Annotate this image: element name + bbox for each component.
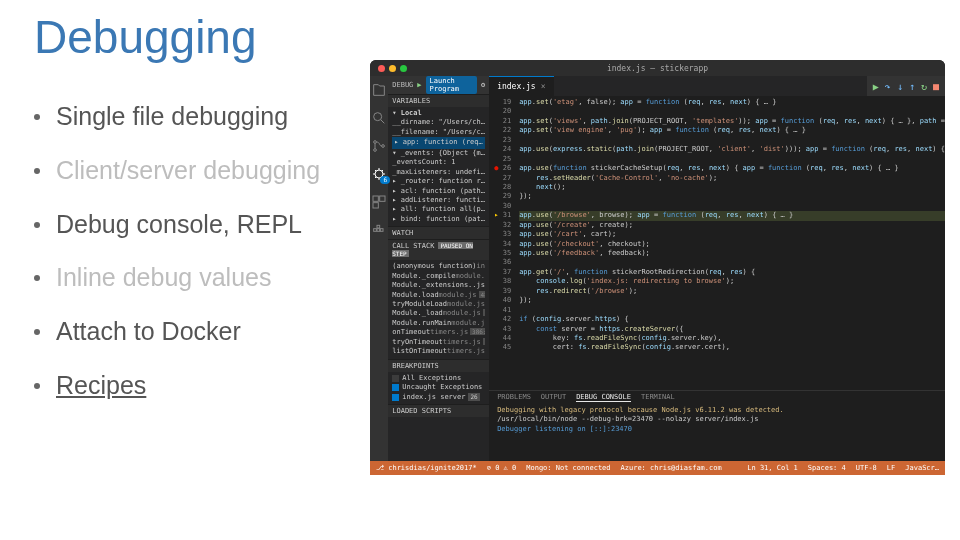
watch-section: WATCH: [388, 226, 489, 239]
breakpoints-section: BREAKPOINTS All ExceptionsUncaught Excep…: [388, 359, 489, 404]
svg-rect-5: [373, 196, 378, 201]
svg-point-1: [374, 141, 377, 144]
bullet-list: Single file debuggingClient/server debug…: [34, 100, 364, 423]
svg-point-3: [382, 145, 385, 148]
variable-row[interactable]: ▸ addListener: function addListene…: [392, 196, 485, 205]
error-count[interactable]: ⊘ 0 ⚠ 0: [487, 464, 517, 472]
variables-section: VARIABLES ▾ Local__dirname: "/Users/chri…: [388, 94, 489, 226]
eol[interactable]: LF: [887, 464, 895, 472]
window-titlebar: index.js — stickerapp: [370, 60, 945, 76]
debug-badge: 6: [380, 176, 390, 184]
azure-status[interactable]: Azure: chris@diasfam.com: [621, 464, 722, 472]
stack-frame[interactable]: Module._loadmodule.js438:3: [392, 309, 485, 318]
breakpoint-item[interactable]: Uncaught Exceptions: [392, 383, 485, 392]
svg-rect-9: [377, 229, 380, 232]
variables-header[interactable]: VARIABLES: [388, 95, 489, 107]
continue-button[interactable]: ▶: [873, 81, 879, 92]
stack-frame[interactable]: Module._extensions..jsmodule.js: [392, 281, 485, 290]
svg-rect-6: [380, 196, 385, 201]
vscode-window: index.js — stickerapp 6 DEBUG ▶ Launch P…: [370, 60, 945, 475]
step-over-button[interactable]: ↷: [885, 81, 891, 92]
variable-row[interactable]: ▸ app: function (req, res, next) { … }: [392, 137, 485, 148]
source-control-icon[interactable]: [371, 138, 387, 154]
encoding[interactable]: UTF-8: [856, 464, 877, 472]
debug-settings-icon[interactable]: ⚙: [481, 81, 485, 89]
variable-row[interactable]: ▸ all: function all(path) { … }: [392, 205, 485, 214]
breakpoint-item[interactable]: index.js server26: [392, 393, 485, 402]
restart-button[interactable]: ↻: [921, 81, 927, 92]
breakpoints-header[interactable]: BREAKPOINTS: [388, 360, 489, 372]
variable-row[interactable]: ▸ _router: function router(req, re…: [392, 177, 485, 186]
close-tab-icon[interactable]: ×: [541, 82, 546, 91]
search-icon[interactable]: [371, 110, 387, 126]
language-mode[interactable]: JavaScr…: [905, 464, 939, 472]
step-in-button[interactable]: ↓: [897, 81, 903, 92]
svg-rect-11: [377, 225, 380, 228]
debug-icon[interactable]: 6: [371, 166, 387, 182]
editor-pane: index.js × ▶ ↷ ↓ ↑ ↻ ■ 19202122232425● 2…: [489, 76, 945, 461]
debug-label: DEBUG: [392, 81, 413, 89]
panel-tab[interactable]: TERMINAL: [641, 393, 675, 402]
mongo-status[interactable]: Mongo: Not connected: [526, 464, 610, 472]
debug-console-output[interactable]: Debugging with legacy protocol because N…: [489, 404, 945, 461]
loaded-scripts-section: LOADED SCRIPTS: [388, 404, 489, 417]
window-title: index.js — stickerapp: [370, 64, 945, 73]
svg-point-2: [374, 149, 377, 152]
stack-frame[interactable]: tryOnTimeouttimers.js250:5: [392, 338, 485, 347]
bullet-item: Single file debugging: [34, 100, 364, 134]
variable-row[interactable]: _maxListeners: undefined: [392, 168, 485, 177]
panel-tab[interactable]: DEBUG CONSOLE: [576, 393, 631, 402]
explorer-icon[interactable]: [371, 82, 387, 98]
cursor-position[interactable]: Ln 31, Col 1: [747, 464, 798, 472]
tab-index-js[interactable]: index.js ×: [489, 76, 553, 96]
bullet-item: Inline debug values: [34, 261, 364, 295]
tab-label: index.js: [497, 82, 536, 91]
activity-bar: 6: [370, 76, 388, 461]
panel-tab[interactable]: PROBLEMS: [497, 393, 531, 402]
callstack-header[interactable]: CALL STACKPAUSED ON STEP: [388, 240, 489, 260]
variable-row[interactable]: __filename: "/Users/chris/src/sti…: [392, 128, 485, 137]
extensions-icon[interactable]: [371, 194, 387, 210]
slide-title: Debugging: [34, 10, 257, 64]
panel-tabs: PROBLEMSOUTPUTDEBUG CONSOLETERMINAL: [489, 391, 945, 404]
debug-config-bar: DEBUG ▶ Launch Program ⚙: [388, 76, 489, 94]
svg-rect-7: [373, 203, 378, 208]
callstack-section: CALL STACKPAUSED ON STEP (anonymous func…: [388, 239, 489, 358]
variable-row[interactable]: ▸ acl: function (path) { … }: [392, 187, 485, 196]
svg-point-0: [374, 113, 382, 121]
stack-frame[interactable]: Module.runMainmodule.js604:10: [392, 319, 485, 328]
loaded-scripts-header[interactable]: LOADED SCRIPTS: [388, 405, 489, 417]
variable-row[interactable]: ▸ bind: function (path) { … }: [392, 215, 485, 224]
variable-row[interactable]: ▾ _events: {Object {mount: function…: [392, 149, 485, 158]
bullet-item: Debug console, REPL: [34, 208, 364, 242]
variable-row[interactable]: _eventsCount: 1: [392, 158, 485, 167]
docker-icon[interactable]: [371, 222, 387, 238]
step-out-button[interactable]: ↑: [909, 81, 915, 92]
debug-toolbar: ▶ ↷ ↓ ↑ ↻ ■: [867, 76, 945, 96]
variable-row[interactable]: __dirname: "/Users/chris/src/stick…: [392, 118, 485, 127]
watch-header[interactable]: WATCH: [388, 227, 489, 239]
debug-config-select[interactable]: Launch Program: [426, 76, 477, 94]
bullet-item[interactable]: Recipes: [34, 369, 364, 403]
editor-tabs: index.js × ▶ ↷ ↓ ↑ ↻ ■: [489, 76, 945, 96]
stack-frame[interactable]: listOnTimeouttimers.js214:5: [392, 347, 485, 356]
debug-sidebar: DEBUG ▶ Launch Program ⚙ VARIABLES ▾ Loc…: [388, 76, 489, 461]
stack-frame[interactable]: Module.loadmodule.js487:32: [392, 291, 485, 300]
start-debug-button[interactable]: ▶: [417, 81, 421, 89]
bottom-panel: PROBLEMSOUTPUTDEBUG CONSOLETERMINAL Debu…: [489, 390, 945, 461]
code-editor[interactable]: 19202122232425● 2627282930▸ 313233343536…: [489, 96, 945, 390]
status-bar: ⎇ chrisdias/ignite2017* ⊘ 0 ⚠ 0 Mongo: N…: [370, 461, 945, 475]
panel-tab[interactable]: OUTPUT: [541, 393, 566, 402]
bullet-item: Attach to Docker: [34, 315, 364, 349]
git-branch[interactable]: ⎇ chrisdias/ignite2017*: [376, 464, 477, 472]
stack-frame[interactable]: onTimeouttimers.js386:14: [392, 328, 485, 337]
breakpoint-item[interactable]: All Exceptions: [392, 374, 485, 383]
stack-frame[interactable]: Module._compilemodule.js570:32: [392, 272, 485, 281]
stack-frame[interactable]: (anonymous function)index.js31:1: [392, 262, 485, 271]
indent-setting[interactable]: Spaces: 4: [808, 464, 846, 472]
stop-button[interactable]: ■: [933, 81, 939, 92]
stack-frame[interactable]: tryModuleLoadmodule.js446:12: [392, 300, 485, 309]
bullet-item: Client/server debugging: [34, 154, 364, 188]
svg-rect-8: [374, 229, 377, 232]
svg-rect-10: [380, 229, 383, 232]
